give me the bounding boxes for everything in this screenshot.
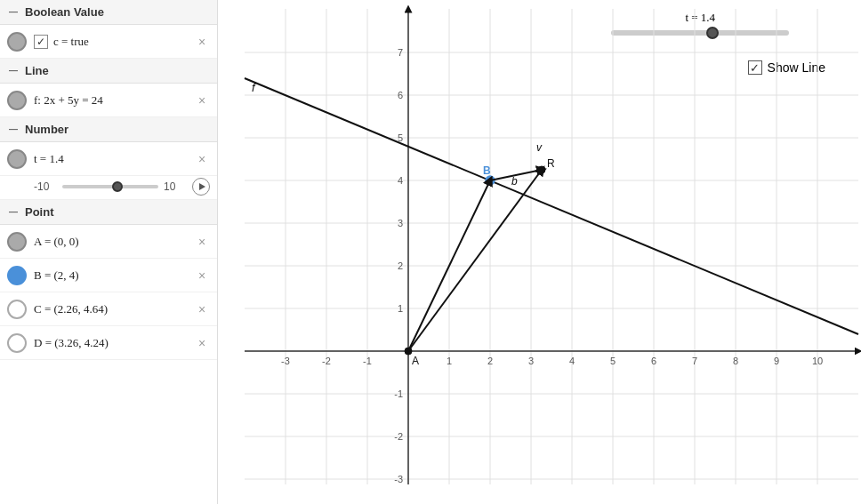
close-boolean-c[interactable]: × [194,34,210,50]
section-label-line: Line [25,64,49,77]
slider-min-label: -10 [34,180,57,193]
svg-text:-2: -2 [322,356,331,366]
item-dot-C [7,300,27,319]
item-dot-f [7,91,27,110]
section-header-boolean[interactable]: — Boolean Value [0,0,217,25]
svg-text:1: 1 [447,356,452,366]
point-label-A: A = (0, 0) [34,235,194,249]
slider-track-t[interactable] [62,185,158,188]
point-item-A: A = (0, 0) × [0,225,217,259]
checkbox-c[interactable]: ✓ [34,35,48,49]
x-axis-labels: -3 -2 -1 1 2 3 4 5 6 7 8 9 10 [281,356,823,366]
close-number-t[interactable]: × [194,151,210,167]
close-point-D[interactable]: × [194,335,210,351]
collapse-icon-point[interactable]: — [7,206,20,219]
item-dot-A [7,232,27,252]
line-item-f: f: 2x + 5y = 24 × [0,84,217,117]
collapse-icon-number[interactable]: — [7,124,20,136]
section-header-number[interactable]: — Number [0,117,217,142]
slider-max-label: 10 [164,180,187,193]
point-B-label: B [483,164,491,177]
svg-text:3: 3 [528,356,534,366]
close-point-C[interactable]: × [194,301,210,317]
vector-b-label: b [511,175,518,188]
svg-text:1: 1 [398,303,403,314]
svg-text:-1: -1 [394,388,403,399]
svg-text:2: 2 [398,260,403,271]
svg-text:3: 3 [398,218,403,228]
number-item-t: t = 1.4 × [0,142,217,176]
graph-svg[interactable]: -3 -2 -1 1 2 3 4 5 6 7 8 9 10 7 6 5 4 3 … [218,0,861,504]
close-point-B[interactable]: × [194,268,210,284]
svg-text:-3: -3 [394,474,403,484]
boolean-item-c: ✓ c = true × [0,25,217,59]
svg-text:10: 10 [812,356,823,366]
grid-vertical [286,9,817,484]
svg-text:4: 4 [398,175,403,186]
item-dot-B [7,266,27,285]
point-A-label: A [412,355,419,367]
svg-text:6: 6 [651,356,656,366]
svg-text:8: 8 [733,356,738,366]
vector-v [408,170,542,351]
svg-text:-3: -3 [281,356,290,366]
close-point-A[interactable]: × [194,234,210,250]
left-panel: — Boolean Value ✓ c = true × — Line f: 2… [0,0,218,504]
section-label-number: Number [25,123,68,136]
item-dot-c [7,32,27,52]
point-R-label: R [547,157,555,170]
svg-text:6: 6 [398,90,403,100]
svg-text:5: 5 [610,356,616,366]
section-label-point: Point [25,205,54,219]
point-label-C: C = (2.26, 4.64) [34,302,194,316]
collapse-icon-boolean[interactable]: — [7,6,20,19]
boolean-label-c: c = true [53,35,194,49]
item-dot-t [7,149,27,169]
point-item-C: C = (2.26, 4.64) × [0,292,217,326]
line-f [245,78,858,334]
item-dot-D [7,333,27,353]
point-label-D: D = (3.26, 4.24) [34,336,194,350]
svg-text:2: 2 [487,356,493,366]
number-label-t: t = 1.4 [34,152,194,166]
point-item-B: B = (2, 4) × [0,259,217,292]
section-label-boolean: Boolean Value [25,5,104,19]
vector-v-label: v [536,141,543,154]
section-header-line[interactable]: — Line [0,59,217,84]
graph-area[interactable]: t = 1.4 ✓ Show Line [218,0,861,504]
svg-text:7: 7 [398,47,403,58]
line-label-f: f: 2x + 5y = 24 [34,93,194,108]
svg-text:7: 7 [692,356,697,366]
svg-text:-2: -2 [394,431,403,442]
slider-thumb-t[interactable] [112,181,123,192]
svg-text:9: 9 [774,356,779,366]
number-slider-row: -10 10 [0,176,217,200]
point-item-D: D = (3.26, 4.24) × [0,326,217,360]
svg-text:4: 4 [569,356,575,366]
play-button-t[interactable] [192,178,210,196]
section-header-point[interactable]: — Point [0,200,217,225]
svg-text:-1: -1 [363,356,372,366]
point-label-B: B = (2, 4) [34,268,194,283]
collapse-icon-line[interactable]: — [7,65,20,77]
close-line-f[interactable]: × [194,92,210,108]
